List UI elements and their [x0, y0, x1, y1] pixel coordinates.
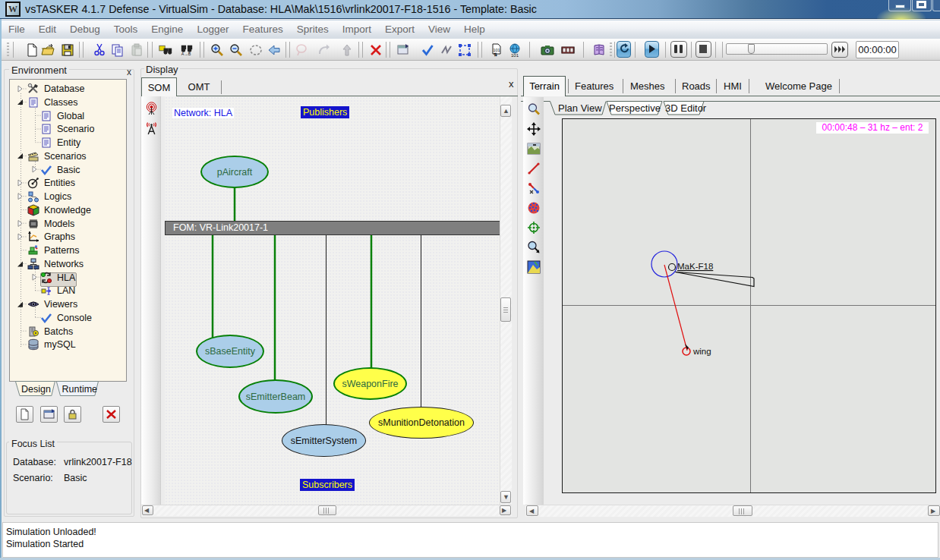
svg-text:Perspective: Perspective: [609, 102, 661, 114]
svg-text:101: 101: [511, 53, 519, 58]
svg-text:Plan View: Plan View: [558, 102, 602, 114]
svg-text:3D Editor: 3D Editor: [665, 102, 707, 114]
svg-text:MaK-F18: MaK-F18: [677, 262, 713, 271]
svg-text:⇅: ⇅: [494, 52, 497, 57]
svg-text:wing: wing: [692, 347, 711, 356]
svg-text:Design: Design: [21, 384, 51, 395]
svg-text:A→B: A→B: [181, 52, 191, 56]
svg-text:Runtime: Runtime: [62, 384, 98, 395]
